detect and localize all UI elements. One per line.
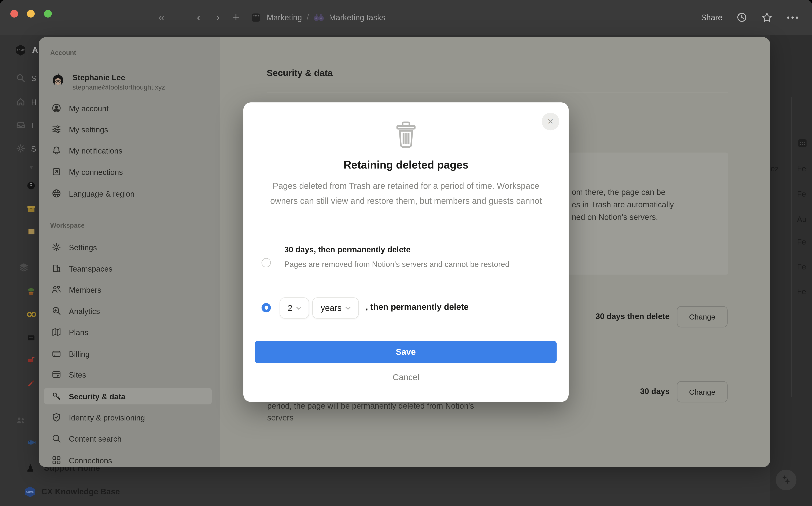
sidebar-item-teamspace[interactable] <box>15 415 26 426</box>
sidebar-item-identity-provisioning[interactable]: Identity & provisioning <box>44 409 212 426</box>
chess-pawn-icon: ♟ <box>26 463 35 473</box>
gear-icon <box>51 242 62 252</box>
radio-30-days[interactable] <box>262 258 271 267</box>
sidebar-item-inbox[interactable]: I <box>15 120 33 130</box>
radio-custom-period[interactable] <box>262 303 271 312</box>
change-deletion-button[interactable]: Change <box>677 381 728 402</box>
eight-ball-icon <box>27 182 35 190</box>
period-count-select[interactable]: 2 <box>280 298 309 319</box>
close-window-button[interactable] <box>10 10 18 18</box>
updates-clock-icon[interactable] <box>736 12 747 23</box>
favorite-star-icon[interactable] <box>761 12 773 23</box>
sidebar-item-security-data[interactable]: Security & data <box>44 388 212 404</box>
sidebar-item-sites[interactable]: Sites <box>44 366 212 383</box>
sidebar-item-search[interactable]: S <box>15 73 36 83</box>
notion-ai-button[interactable] <box>776 470 797 490</box>
forward-icon[interactable]: › <box>216 0 220 34</box>
share-button[interactable]: Share <box>701 13 722 22</box>
sidebar-item-layers[interactable] <box>19 262 29 273</box>
notion-window: « ‹ › + Marketing / Marketing tasks <box>0 0 812 506</box>
sidebar-item-workspace-settings[interactable]: Settings <box>44 239 212 255</box>
sidebar-item-settings[interactable]: S <box>15 143 36 154</box>
page-title: Security & data <box>267 68 333 79</box>
close-icon[interactable]: ✕ <box>542 113 559 130</box>
back-icon[interactable]: ‹ <box>197 0 201 34</box>
gear-icon <box>15 143 26 154</box>
page-item-book[interactable] <box>27 228 35 236</box>
sidebar-item-my-notifications[interactable]: My notifications <box>44 142 212 159</box>
plant-icon <box>27 287 35 296</box>
workspace-section-heading: Workspace <box>50 222 85 229</box>
option-custom-suffix: , then permanently delete <box>365 302 469 312</box>
bell-icon <box>51 145 62 156</box>
cancel-button[interactable]: Cancel <box>244 372 568 382</box>
breadcrumb-current[interactable]: Marketing tasks <box>329 13 385 22</box>
home-icon <box>15 97 26 107</box>
acme-workspace-icon: ACME <box>15 44 27 56</box>
sidebar-item-language-region[interactable]: Language & region <box>44 185 212 202</box>
avatar <box>50 74 66 89</box>
breadcrumb-parent[interactable]: Marketing <box>267 13 302 22</box>
sidebar-item-content-search[interactable]: Content search <box>44 430 212 447</box>
section-caret-icon[interactable]: ▼ <box>28 164 34 170</box>
sidebar-collapse-icon[interactable]: « <box>158 0 164 34</box>
workspace-name-fragment: A <box>32 46 38 55</box>
sidebar-item-billing[interactable]: Billing <box>44 345 212 362</box>
board-page-icon <box>251 0 261 34</box>
page-item-plant[interactable] <box>27 287 35 296</box>
sidebar-item-connections[interactable]: Connections <box>44 452 212 467</box>
more-options-icon[interactable] <box>787 16 799 19</box>
page-item-screwdriver[interactable] <box>27 379 35 387</box>
sidebar-item-home[interactable]: H <box>15 97 37 107</box>
deletion-period-value: 30 days <box>640 387 670 396</box>
chevron-down-icon <box>296 307 301 310</box>
people-icon <box>15 415 26 426</box>
table-date-cell: Fe <box>797 237 806 246</box>
titlebar: « ‹ › + Marketing / Marketing tasks <box>0 0 812 34</box>
sidebar-item-plans[interactable]: Plans <box>44 324 212 340</box>
sidebar-item-members[interactable]: Members <box>44 281 212 298</box>
chevron-down-icon <box>345 307 350 310</box>
page-item-black-card[interactable] <box>27 334 35 342</box>
page-item-fish[interactable] <box>27 439 36 446</box>
zoom-window-button[interactable] <box>44 10 52 18</box>
new-page-icon[interactable]: + <box>232 0 240 34</box>
page-item-box[interactable] <box>27 205 35 213</box>
breadcrumb: Marketing / Marketing tasks <box>267 0 385 34</box>
page-item-goggles[interactable] <box>27 311 36 318</box>
grid-icon <box>51 455 62 466</box>
account-user[interactable]: Stephanie Lee stephanie@toolsforthought.… <box>50 72 165 92</box>
period-unit-select[interactable]: years <box>312 298 359 319</box>
table-date-cell: Au <box>797 215 807 224</box>
retaining-deleted-pages-dialog: ✕ Retaining deleted pages Pages deleted … <box>244 102 568 402</box>
table-name-fragment: ez <box>770 164 779 173</box>
save-button[interactable]: Save <box>255 341 557 363</box>
card-file-icon <box>27 334 35 342</box>
page-item-mailbox[interactable] <box>27 356 35 364</box>
period-unit-value: years <box>321 303 342 313</box>
workspace-switcher[interactable]: ACME A <box>15 44 38 56</box>
sidebar-item-my-settings[interactable]: My settings <box>44 121 212 138</box>
sidebar-item-teamspaces[interactable]: Teamspaces <box>44 260 212 277</box>
acme-blue-badge-icon: ACME <box>24 486 37 498</box>
minimize-window-button[interactable] <box>27 10 35 18</box>
sidebar-item-cx-knowledge-base[interactable]: ACME CX Knowledge Base <box>24 486 120 498</box>
sidebar-item-my-account[interactable]: My account <box>44 100 212 116</box>
goggles-icon <box>27 311 36 318</box>
book-icon <box>27 228 35 236</box>
sidebar-item-analytics[interactable]: Analytics <box>44 303 212 319</box>
building-icon <box>51 263 62 274</box>
people-icon <box>51 284 62 295</box>
change-retention-button[interactable]: Change <box>677 306 728 327</box>
table-date-cell: Fe <box>797 189 806 198</box>
shield-check-icon <box>51 412 62 423</box>
binoculars-icon <box>314 13 324 22</box>
sidebar-item-my-connections[interactable]: My connections <box>44 163 212 180</box>
dialog-description: Pages deleted from Trash are retained fo… <box>261 178 551 208</box>
page-item-8ball[interactable] <box>27 182 35 190</box>
search-sparkle-icon <box>51 306 62 316</box>
screen: « ‹ › + Marketing / Marketing tasks <box>0 0 812 506</box>
divider <box>267 92 728 93</box>
option-30-days-description: Pages are removed from Notion's servers … <box>284 258 551 270</box>
screwdriver-icon <box>27 379 35 387</box>
